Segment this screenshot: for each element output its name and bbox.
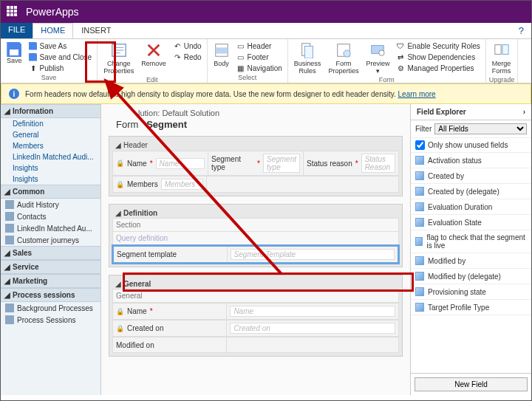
form-header-section[interactable]: ◢Header 🔒Name*Name Segment type*Segment … bbox=[109, 136, 403, 196]
query-definition-row[interactable]: Query definition bbox=[112, 231, 399, 245]
field-item[interactable]: Evaluation State bbox=[411, 215, 531, 230]
ribbon-select-group: Body ▭Header ▭Footer ▦Navigation Select bbox=[208, 39, 288, 83]
field-icon bbox=[415, 256, 424, 265]
chevron-right-icon[interactable]: › bbox=[523, 108, 525, 116]
header-icon: ▭ bbox=[236, 41, 245, 50]
field-icon bbox=[415, 156, 424, 165]
properties-icon bbox=[111, 42, 127, 58]
redo-icon: ↷ bbox=[173, 52, 182, 61]
publish-button[interactable]: ⬆Publish bbox=[27, 63, 95, 73]
nav-process-header[interactable]: ◢Process sessions bbox=[1, 288, 100, 302]
managed-properties-button[interactable]: ⚙Managed Properties bbox=[394, 63, 482, 73]
nav-item-audit[interactable]: Audit History bbox=[1, 199, 100, 210]
help-icon[interactable]: ? bbox=[519, 25, 524, 36]
form-row[interactable]: 🔒Created on Created on bbox=[112, 320, 399, 337]
segment-template-row[interactable]: Segment template Segment Template bbox=[112, 245, 399, 264]
app-launcher-icon[interactable] bbox=[7, 6, 18, 18]
field-icon bbox=[415, 272, 424, 281]
change-properties-button[interactable]: Change Properties bbox=[100, 41, 137, 76]
new-field-button[interactable]: New Field bbox=[415, 377, 528, 391]
ribbon-upgrade-group: Merge Forms Upgrade bbox=[486, 39, 519, 83]
nav-item-general[interactable]: General bbox=[1, 129, 100, 140]
business-rules-button[interactable]: Business Rules bbox=[291, 41, 324, 76]
field-item[interactable]: Created by (delegate) bbox=[411, 184, 531, 199]
nav-sales-header[interactable]: ◢Sales bbox=[1, 246, 100, 260]
nav-item-members[interactable]: Members bbox=[1, 140, 100, 151]
field-item[interactable]: Modified by (delegate) bbox=[411, 269, 531, 284]
nav-item-contacts[interactable]: Contacts bbox=[1, 210, 100, 222]
merge-forms-button[interactable]: Merge Forms bbox=[489, 41, 514, 76]
gen-name-field[interactable]: Name bbox=[230, 306, 395, 317]
created-on-field[interactable]: Created on bbox=[230, 323, 395, 334]
form-definition-section[interactable]: ◢Definition Section Query definition Seg… bbox=[109, 204, 403, 267]
save-as-button[interactable]: Save As bbox=[27, 41, 95, 51]
enable-security-roles-button[interactable]: 🛡Enable Security Roles bbox=[394, 41, 482, 51]
learn-more-link[interactable]: Learn more bbox=[398, 90, 436, 98]
form-general-section[interactable]: ◢General General 🔒Name* Name 🔒Created on… bbox=[109, 275, 403, 357]
home-tab[interactable]: HOME bbox=[33, 23, 73, 38]
ribbon-edit-group: Change Properties Remove ↶Undo ↷Redo Edi… bbox=[98, 39, 207, 83]
filter-select[interactable]: All Fields bbox=[434, 123, 527, 134]
expand-icon: ◢ bbox=[115, 280, 121, 288]
save-and-close-button[interactable]: Save and Close bbox=[27, 52, 95, 62]
undo-button[interactable]: ↶Undo bbox=[171, 41, 204, 51]
navigation-panel: ◢Information Definition General Members … bbox=[1, 104, 101, 395]
show-dependencies-button[interactable]: ⇄Show Dependencies bbox=[394, 52, 482, 62]
insert-tab[interactable]: INSERT bbox=[73, 23, 119, 38]
lock-icon: 🔒 bbox=[116, 325, 124, 332]
preview-button[interactable]: Preview ▾ bbox=[363, 41, 392, 76]
form-row[interactable]: Modified on bbox=[112, 337, 399, 353]
navigation-button[interactable]: ▦Navigation bbox=[234, 63, 284, 73]
svg-point-9 bbox=[344, 50, 350, 57]
redo-button[interactable]: ↷Redo bbox=[171, 52, 204, 62]
nav-common-header[interactable]: ◢Common bbox=[1, 185, 100, 199]
nav-service-header[interactable]: ◢Service bbox=[1, 260, 100, 274]
form-row[interactable]: 🔒Name* Name bbox=[112, 303, 399, 320]
form-row[interactable]: 🔒Name*Name Segment type*Segment type Sta… bbox=[112, 151, 399, 176]
field-item[interactable]: Created by bbox=[411, 168, 531, 184]
field-item[interactable]: Provisioning state bbox=[411, 284, 531, 300]
field-item[interactable]: Activation status bbox=[411, 153, 531, 168]
body-button[interactable]: Body bbox=[211, 41, 233, 69]
nav-item-sessions[interactable]: Process Sessions bbox=[1, 314, 100, 326]
contacts-icon bbox=[5, 212, 14, 221]
only-unused-checkbox[interactable] bbox=[415, 140, 425, 150]
nav-item-insights[interactable]: Insights bbox=[1, 162, 100, 174]
nav-item-insights-2[interactable]: Insights bbox=[1, 174, 100, 185]
field-item[interactable]: Evaluation Duration bbox=[411, 199, 531, 215]
notice-bar: i Form headers now default to high densi… bbox=[1, 83, 531, 104]
footer-button[interactable]: ▭Footer bbox=[234, 52, 284, 62]
field-item[interactable]: Target Profile Type bbox=[411, 300, 531, 315]
nav-item-linkedin-common[interactable]: LinkedIn Matched Au... bbox=[1, 222, 100, 234]
form-props-icon bbox=[335, 42, 352, 58]
main-area: ◢Information Definition General Members … bbox=[1, 104, 531, 395]
nav-item-linkedin[interactable]: LinkedIn Matched Audi... bbox=[1, 151, 100, 162]
segment-type-field[interactable]: Segment type bbox=[263, 154, 300, 173]
field-item[interactable]: Modified by bbox=[411, 253, 531, 269]
navigation-icon: ▦ bbox=[236, 64, 245, 72]
header-button[interactable]: ▭Header bbox=[234, 41, 284, 51]
form-row[interactable]: 🔒MembersMembers bbox=[112, 176, 399, 193]
name-field[interactable]: Name bbox=[156, 158, 205, 169]
members-field[interactable]: Members bbox=[161, 179, 204, 190]
field-explorer-panel: Field Explorer› Filter All Fields Only s… bbox=[410, 104, 531, 395]
nav-item-bg-processes[interactable]: Background Processes bbox=[1, 302, 100, 314]
form-canvas[interactable]: lution: Default Solution Form Segment ◢H… bbox=[101, 104, 410, 395]
nav-marketing-header[interactable]: ◢Marketing bbox=[1, 274, 100, 288]
nav-item-journeys[interactable]: Customer journeys bbox=[1, 234, 100, 246]
lock-icon: 🔒 bbox=[116, 160, 124, 167]
file-menu[interactable]: FILE bbox=[1, 23, 33, 38]
brand-name: PowerApps bbox=[26, 6, 79, 18]
save-button[interactable]: Save bbox=[4, 41, 25, 66]
remove-button[interactable]: Remove bbox=[138, 41, 169, 69]
nav-item-definition[interactable]: Definition bbox=[1, 118, 100, 129]
nav-information-header[interactable]: ◢Information bbox=[1, 104, 100, 118]
sessions-icon bbox=[5, 315, 14, 324]
publish-icon: ⬆ bbox=[29, 64, 38, 72]
form-properties-button[interactable]: Form Properties bbox=[325, 41, 361, 76]
segment-template-field[interactable]: Segment Template bbox=[231, 249, 395, 260]
field-icon bbox=[415, 287, 424, 296]
field-item[interactable]: flag to check that the segment is live bbox=[411, 230, 531, 253]
journeys-icon bbox=[5, 236, 14, 244]
status-reason-field[interactable]: Status Reason bbox=[361, 154, 395, 173]
